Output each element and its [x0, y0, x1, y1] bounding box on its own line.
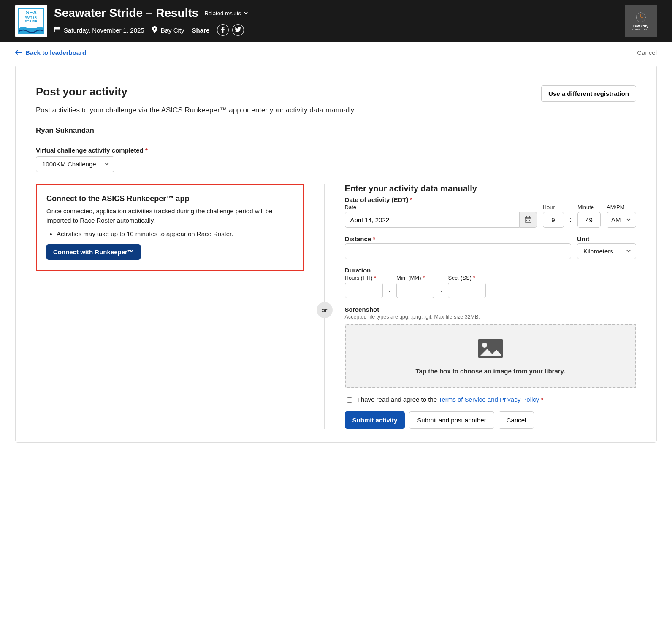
page-title: Post your activity — [36, 85, 127, 98]
submit-activity-button[interactable]: Submit activity — [345, 411, 405, 429]
duration-seconds-input[interactable] — [448, 283, 486, 298]
duration-label: Duration — [345, 267, 636, 274]
runkeeper-note: Activities may take up to 10 minutes to … — [57, 230, 293, 237]
distance-label: Distance * — [345, 235, 571, 242]
connect-runkeeper-button[interactable]: Connect with Runkeeper™ — [46, 244, 141, 260]
chevron-down-icon — [244, 10, 248, 16]
date-picker-button[interactable] — [520, 212, 537, 228]
svg-point-16 — [640, 22, 641, 22]
terms-link[interactable]: Terms of Service and Privacy Policy — [439, 396, 539, 403]
or-divider: or — [317, 302, 333, 318]
screenshot-label: Screenshot — [345, 306, 636, 313]
svg-rect-22 — [526, 220, 527, 221]
event-title: Seawater Stride – Results — [54, 6, 198, 20]
screenshot-dropzone[interactable]: Tap the box to choose an image from your… — [345, 324, 636, 388]
date-of-activity-label: Date of activity (EDT) * — [345, 196, 636, 203]
event-logo: SEA WATER STRIDE — [15, 5, 47, 37]
date-input[interactable] — [345, 212, 520, 228]
app-header: SEA WATER STRIDE Seawater Stride – Resul… — [0, 0, 672, 42]
svg-rect-9 — [58, 27, 59, 28]
duration-minutes-input[interactable] — [396, 283, 434, 298]
share-label: Share — [192, 27, 210, 34]
svg-point-14 — [640, 12, 641, 13]
related-results-dropdown[interactable]: Related results — [204, 10, 248, 16]
duration-hours-input[interactable] — [345, 283, 383, 298]
svg-text:SEA: SEA — [26, 9, 37, 16]
share-facebook-button[interactable] — [217, 24, 229, 36]
challenge-select[interactable]: 1000KM Challenge — [36, 156, 114, 172]
runkeeper-description: Once connected, application activities t… — [46, 207, 293, 225]
main-card: Post your activity Use a different regis… — [15, 65, 657, 443]
svg-point-17 — [636, 17, 637, 18]
location-pin-icon — [152, 26, 157, 34]
use-different-registration-button[interactable]: Use a different registration — [541, 85, 636, 102]
image-icon — [477, 338, 504, 361]
challenge-label: Virtual challenge activity completed * — [36, 147, 636, 154]
share-twitter-button[interactable] — [232, 24, 244, 36]
svg-point-26 — [482, 343, 487, 348]
manual-entry-title: Enter your activity data manually — [345, 184, 636, 193]
event-location: Bay City — [152, 26, 184, 34]
file-type-hint: Accepted file types are .jpg, .png, .gif… — [345, 314, 636, 320]
user-name: Ryan Suknandan — [36, 126, 636, 135]
related-results-label: Related results — [204, 10, 241, 16]
arrow-left-icon — [15, 49, 22, 56]
event-date: Saturday, November 1, 2025 — [54, 26, 144, 34]
svg-rect-8 — [55, 27, 56, 28]
svg-rect-21 — [529, 216, 530, 218]
hour-input[interactable] — [543, 212, 564, 228]
unit-label: Unit — [577, 235, 636, 242]
calendar-icon — [54, 26, 60, 34]
runkeeper-title: Connect to the ASICS Runkeeper™ app — [46, 194, 293, 203]
svg-text:WATER: WATER — [25, 16, 37, 19]
svg-rect-10 — [55, 30, 60, 32]
terms-text: I have read and agree to the Terms of Se… — [358, 396, 544, 403]
twitter-icon — [235, 27, 241, 34]
svg-text:STRIDE: STRIDE — [25, 20, 38, 23]
ampm-select[interactable]: AM — [607, 212, 636, 228]
facebook-icon — [220, 27, 226, 34]
terms-checkbox[interactable] — [347, 397, 352, 403]
svg-rect-23 — [528, 220, 528, 221]
minute-input[interactable] — [577, 212, 601, 228]
svg-point-15 — [645, 17, 646, 18]
calendar-icon — [525, 216, 531, 224]
runkeeper-connect-box: Connect to the ASICS Runkeeper™ app Once… — [36, 184, 304, 271]
back-to-leaderboard-link[interactable]: Back to leaderboard — [15, 49, 86, 56]
submit-and-post-another-button[interactable]: Submit and post another — [409, 411, 494, 429]
svg-rect-24 — [529, 220, 530, 221]
distance-input[interactable] — [345, 243, 571, 259]
page-description: Post activities to your challenge via th… — [36, 106, 636, 114]
svg-rect-20 — [526, 216, 527, 218]
cancel-top-link[interactable]: Cancel — [637, 49, 657, 56]
cancel-button[interactable]: Cancel — [499, 411, 534, 429]
unit-select[interactable]: Kilometers — [577, 243, 636, 259]
timing-company-logo: Bay City TIMING CO. — [625, 5, 657, 37]
